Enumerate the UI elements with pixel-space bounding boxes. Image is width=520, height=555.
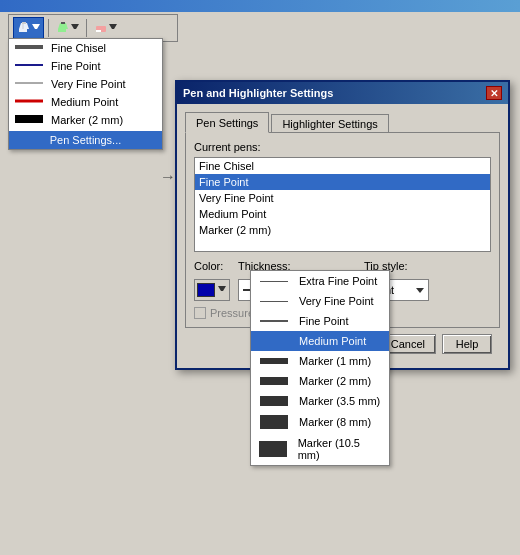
pen-list-item-very-fine-point[interactable]: Very Fine Point: [195, 190, 490, 206]
marker105-line: [259, 441, 288, 457]
fine-line: [259, 320, 289, 322]
pen-menu-item-fine-chisel[interactable]: Fine Chisel: [9, 39, 162, 57]
pen-menu-label: Medium Point: [51, 96, 118, 108]
separator2: [86, 19, 87, 37]
medium-line: [259, 340, 289, 343]
color-control: Color:: [194, 260, 230, 301]
pressure-checkbox-input[interactable]: [194, 307, 206, 319]
very-fine-line: [259, 301, 289, 302]
color-label: Color:: [194, 260, 230, 272]
fine-point-line: [15, 60, 43, 72]
tip-item-label: Medium Point: [299, 335, 366, 347]
marker35-line: [259, 396, 289, 406]
svg-rect-8: [96, 30, 101, 32]
tip-style-dropdown: Extra Fine Point Very Fine Point Fine Po…: [250, 270, 390, 466]
color-swatch: [197, 283, 215, 297]
pen-list-item-fine-chisel[interactable]: Fine Chisel: [195, 158, 490, 174]
pen-menu-label: Fine Point: [51, 60, 101, 72]
pen-list-item-fine-point[interactable]: Fine Point: [195, 174, 490, 190]
tip-item-label: Marker (10.5 mm): [298, 437, 381, 461]
pen-menu-item-very-fine-point[interactable]: Very Fine Point: [9, 75, 162, 93]
highlighter-icon: [56, 21, 70, 35]
tip-item-marker-8mm[interactable]: Marker (8 mm): [251, 411, 389, 433]
pen-list-item-marker-2mm[interactable]: Marker (2 mm): [195, 222, 490, 238]
eraser-dropdown-arrow[interactable]: [109, 24, 117, 32]
pen-icon: [17, 21, 31, 35]
medium-point-line: [15, 96, 43, 108]
svg-rect-0: [19, 29, 27, 32]
pen-menu-label: Very Fine Point: [51, 78, 126, 90]
svg-rect-6: [61, 22, 65, 24]
extra-fine-line: [259, 281, 289, 282]
pen-menu-item-marker-2mm[interactable]: Marker (2 mm): [9, 111, 162, 129]
color-dropdown-arrow: [218, 286, 226, 294]
eraser-icon: [94, 21, 108, 35]
svg-rect-9: [15, 45, 43, 49]
top-bar: [0, 0, 520, 12]
pen-list-item-medium-point[interactable]: Medium Point: [195, 206, 490, 222]
tip-item-marker-35mm[interactable]: Marker (3.5 mm): [251, 391, 389, 411]
svg-rect-13: [15, 115, 43, 123]
highlighter-toolbar-button[interactable]: [53, 17, 82, 39]
marker2-line: [259, 377, 289, 385]
fine-chisel-line: [15, 42, 43, 54]
tip-style-dropdown-arrow: [416, 288, 424, 293]
pen-list[interactable]: Fine Chisel Fine Point Very Fine Point M…: [194, 157, 491, 252]
dialog-title: Pen and Highlighter Settings: [183, 87, 333, 99]
pen-menu-label: Marker (2 mm): [51, 114, 123, 126]
marker8-line: [259, 415, 289, 429]
arrow-indicator: →: [160, 168, 176, 186]
tip-item-marker-105mm[interactable]: Marker (10.5 mm): [251, 433, 389, 465]
pen-menu-label: Fine Chisel: [51, 42, 106, 54]
current-pens-label: Current pens:: [194, 141, 491, 153]
marker1-line: [259, 358, 289, 364]
tab-pen-settings[interactable]: Pen Settings: [185, 112, 269, 133]
tip-item-label: Marker (1 mm): [299, 355, 371, 367]
pen-dropdown-arrow[interactable]: [32, 24, 40, 32]
tip-item-fine-point[interactable]: Fine Point: [251, 311, 389, 331]
eraser-toolbar-button[interactable]: [91, 17, 120, 39]
color-button[interactable]: [194, 279, 230, 301]
tip-item-extra-fine-point[interactable]: Extra Fine Point: [251, 271, 389, 291]
svg-rect-2: [22, 22, 26, 24]
tip-item-very-fine-point[interactable]: Very Fine Point: [251, 291, 389, 311]
tip-item-label: Very Fine Point: [299, 295, 374, 307]
pen-menu-item-medium-point[interactable]: Medium Point: [9, 93, 162, 111]
tip-item-label: Extra Fine Point: [299, 275, 377, 287]
tab-highlighter-settings[interactable]: Highlighter Settings: [271, 114, 388, 133]
dialog-titlebar: Pen and Highlighter Settings ✕: [177, 82, 508, 104]
tab-bar: Pen Settings Highlighter Settings: [185, 112, 500, 133]
tip-item-marker-1mm[interactable]: Marker (1 mm): [251, 351, 389, 371]
tip-item-medium-point[interactable]: Medium Point: [251, 331, 389, 351]
separator: [48, 19, 49, 37]
dialog-close-button[interactable]: ✕: [486, 86, 502, 100]
pen-menu-item-fine-point[interactable]: Fine Point: [9, 57, 162, 75]
marker-2mm-line: [15, 114, 43, 126]
pen-settings-menu-button[interactable]: Pen Settings...: [9, 131, 162, 149]
help-button[interactable]: Help: [442, 334, 492, 354]
pen-settings-label: Pen Settings...: [50, 134, 122, 146]
pen-toolbar-button[interactable]: [13, 17, 44, 39]
tip-item-label: Fine Point: [299, 315, 349, 327]
tip-item-label: Marker (8 mm): [299, 416, 371, 428]
very-fine-point-line: [15, 78, 43, 90]
pen-dropdown-menu: Fine Chisel Fine Point Very Fine Point M…: [8, 38, 163, 150]
highlighter-dropdown-arrow[interactable]: [71, 24, 79, 32]
tip-item-label: Marker (2 mm): [299, 375, 371, 387]
tip-item-label: Marker (3.5 mm): [299, 395, 380, 407]
tip-item-marker-2mm[interactable]: Marker (2 mm): [251, 371, 389, 391]
svg-rect-4: [58, 29, 66, 32]
